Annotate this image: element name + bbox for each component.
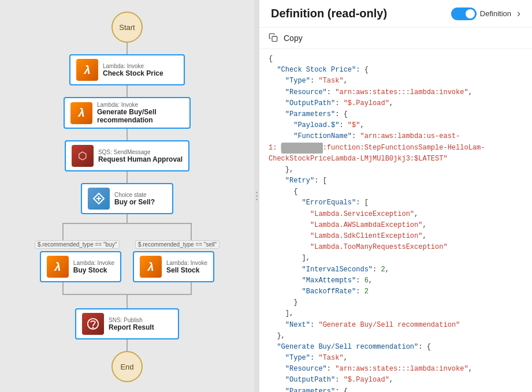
divider-dot-2	[256, 195, 258, 197]
connector-4	[127, 171, 128, 183]
lambda-icon-3: λ	[47, 256, 69, 278]
svg-rect-5	[272, 36, 277, 42]
check-stock-label: Lambda: Invoke Check Stock Price	[103, 63, 163, 77]
connector-2	[127, 85, 128, 97]
lambda-icon-1: λ	[76, 59, 98, 81]
check-stock-type: Lambda: Invoke	[103, 63, 163, 69]
request-approval-label: SQS: SendMessage Request Human Approval	[98, 149, 183, 163]
merge-v-right	[191, 282, 192, 294]
sns-icon	[82, 313, 104, 335]
connector-5	[127, 339, 128, 351]
choice-label: Choice state Buy or Sell?	[114, 192, 155, 206]
split-v-left	[62, 223, 64, 240]
merge-v-left	[62, 282, 64, 294]
chevron-right-icon[interactable]: ›	[517, 8, 520, 20]
buy-stock-type: Lambda: Invoke	[73, 260, 114, 266]
merge-area	[29, 282, 225, 308]
svg-point-4	[92, 327, 94, 328]
workflow-diagram: Start λ Lambda: Invoke Check Stock Price…	[0, 0, 254, 392]
right-header: Definition (read-only) Definition ›	[259, 0, 532, 28]
gen-rec-node[interactable]: λ Lambda: Invoke Generate Buy/Sell recom…	[64, 97, 191, 129]
sell-stock-name: Sell Stock	[166, 266, 207, 274]
panel-divider	[254, 0, 259, 392]
toggle-label: Definition	[480, 9, 511, 18]
buy-stock-node[interactable]: λ Lambda: Invoke Buy Stock	[40, 251, 121, 282]
sqs-icon: ⬡	[72, 145, 94, 167]
buy-stock-name: Buy Stock	[73, 266, 114, 274]
choice-type: Choice state	[114, 192, 155, 198]
check-stock-name: Check Stock Price	[103, 69, 163, 77]
branch-labels: $.recommended_type == "buy" $.recommende…	[29, 240, 225, 249]
definition-title: Definition (read-only)	[271, 7, 387, 20]
merge-v-center	[127, 294, 128, 308]
end-node: End	[111, 351, 143, 382]
branch-label-sell: $.recommended_type == "sell"	[135, 240, 220, 249]
split-v-right	[191, 223, 192, 240]
divider-dot-1	[256, 192, 258, 193]
buy-stock-label: Lambda: Invoke Buy Stock	[73, 260, 114, 274]
definition-toggle[interactable]	[451, 8, 477, 20]
split-h	[62, 223, 192, 224]
request-approval-type: SQS: SendMessage	[98, 149, 183, 155]
copy-bar: Copy	[259, 28, 532, 49]
sell-stock-type: Lambda: Invoke	[166, 260, 207, 266]
lambda-icon-4: λ	[140, 256, 162, 278]
code-area[interactable]: { "Check Stock Price": { "Type": "Task",…	[259, 49, 532, 392]
divider-dots	[256, 192, 258, 200]
lambda-icon-2: λ	[70, 102, 92, 124]
workflow-panel: Start λ Lambda: Invoke Check Stock Price…	[0, 0, 254, 392]
parallel-nodes: λ Lambda: Invoke Buy Stock λ Lambda: Inv…	[40, 251, 214, 282]
choice-icon	[88, 188, 110, 210]
gen-rec-label: Lambda: Invoke Generate Buy/Sell recomme…	[97, 102, 184, 124]
copy-button[interactable]: Copy	[281, 32, 305, 44]
gen-rec-type: Lambda: Invoke	[97, 102, 184, 108]
definition-panel: Definition (read-only) Definition › Copy…	[259, 0, 532, 392]
request-approval-name: Request Human Approval	[98, 155, 183, 163]
choice-node[interactable]: Choice state Buy or Sell?	[81, 183, 173, 214]
header-controls: Definition ›	[451, 8, 520, 20]
report-type: SNS: Publish	[109, 317, 154, 323]
copy-icon	[269, 33, 278, 44]
divider-dot-3	[256, 199, 258, 200]
request-approval-node[interactable]: ⬡ SQS: SendMessage Request Human Approva…	[65, 140, 189, 171]
report-node[interactable]: SNS: Publish Report Result	[75, 308, 179, 339]
split-area	[29, 214, 225, 240]
check-stock-node[interactable]: λ Lambda: Invoke Check Stock Price	[69, 54, 185, 85]
sell-stock-node[interactable]: λ Lambda: Invoke Sell Stock	[133, 251, 214, 282]
choice-name: Buy or Sell?	[114, 198, 155, 206]
sell-stock-label: Lambda: Invoke Sell Stock	[166, 260, 207, 274]
code-content: { "Check Stock Price": { "Type": "Task",…	[259, 54, 532, 392]
split-v-top	[127, 214, 128, 223]
toggle-container[interactable]: Definition	[451, 8, 511, 20]
report-name: Report Result	[109, 323, 154, 331]
report-label: SNS: Publish Report Result	[109, 317, 154, 331]
connector-3	[127, 129, 128, 140]
connector-1	[127, 43, 128, 54]
gen-rec-name: Generate Buy/Sell recommendation	[97, 108, 184, 124]
branch-label-buy: $.recommended_type == "buy"	[35, 240, 120, 249]
start-node: Start	[111, 12, 143, 43]
